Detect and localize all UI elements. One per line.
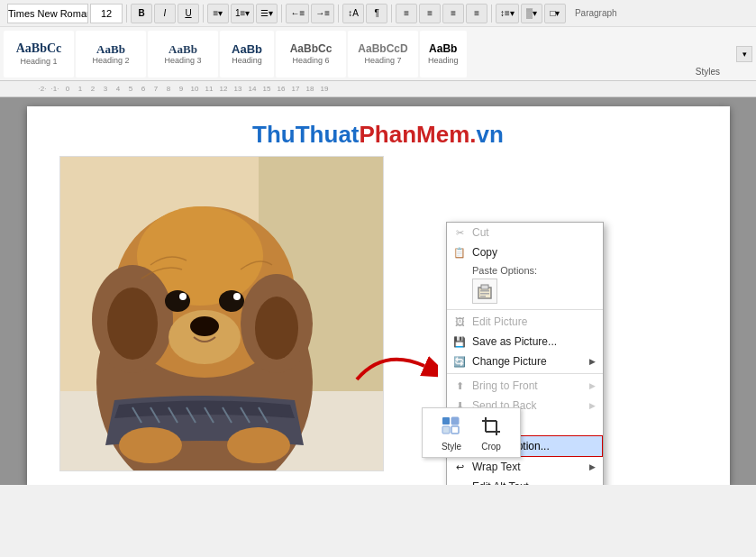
menu-item-wrap-text[interactable]: ↩ Wrap Text ▶: [447, 457, 603, 477]
menu-item-change-picture[interactable]: 🔄 Change Picture ▶: [447, 352, 603, 371]
bold-button[interactable]: B: [131, 4, 152, 23]
document-page: ThuThuatPhanMem.vn: [27, 106, 730, 485]
menu-item-edit-alt-text-label: Edit Alt Text...: [472, 480, 537, 485]
menu-item-edit-picture-label: Edit Picture: [472, 315, 527, 328]
ruler-mark: 17: [288, 85, 303, 93]
style-icon: [439, 414, 464, 439]
svg-point-7: [107, 288, 158, 360]
font-name-input[interactable]: [7, 4, 88, 23]
mini-toolbar-row: Style Crop: [422, 407, 521, 458]
svg-rect-21: [480, 290, 489, 292]
svg-rect-20: [481, 285, 488, 289]
styles-ribbon: AaBbCc Heading 1 AaBb Heading 2 AaBb Hea…: [0, 27, 756, 81]
bring-front-icon: ⬆: [452, 379, 467, 393]
font-size-input[interactable]: [90, 4, 123, 23]
separator-2: [203, 5, 204, 23]
ruler-mark: 18: [303, 85, 317, 93]
style-heading2-label: Heading 2: [92, 56, 129, 65]
style-heading7[interactable]: AaBbCcD Heading 7: [348, 31, 418, 78]
ruler-mark: 7: [150, 85, 162, 93]
paste-default-button[interactable]: [472, 278, 497, 304]
ruler-mark: 6: [137, 85, 150, 93]
svg-rect-25: [442, 417, 450, 425]
ruler-marks: ·2· ·1· 0 1 2 3 4 5 6 7 8 9 10 11 12 13 …: [36, 85, 756, 93]
mini-toolbar-style-button[interactable]: Style: [432, 412, 471, 453]
justify-button[interactable]: ≡: [466, 4, 487, 23]
separator-1: [447, 309, 603, 310]
ruler-mark: 0: [61, 85, 74, 93]
style-heading3-preview: AaBb: [169, 42, 197, 57]
ruler-mark: 15: [260, 85, 274, 93]
style-heading1[interactable]: AaBbCc Heading 1: [4, 31, 74, 78]
menu-item-save-as-picture-label: Save as Picture...: [472, 335, 557, 348]
style-heading7-preview: AaBbCcD: [358, 42, 407, 55]
arrow-svg: [348, 339, 438, 393]
show-formatting-button[interactable]: ¶: [366, 4, 387, 23]
separator-6: [491, 5, 492, 23]
wrap-text-arrow-icon: ▶: [589, 462, 596, 471]
svg-point-11: [219, 290, 244, 312]
mini-toolbar-style-label: Style: [442, 442, 461, 452]
menu-item-save-as-picture[interactable]: 💾 Save as Picture...: [447, 332, 603, 352]
document-image[interactable]: [59, 156, 384, 471]
menu-item-bring-to-front-label: Bring to Front: [472, 379, 538, 392]
menu-item-copy[interactable]: 📋 Copy: [447, 242, 603, 262]
svg-rect-26: [451, 417, 459, 425]
menu-item-cut[interactable]: ✂ Cut: [447, 223, 603, 242]
align-center-button[interactable]: ≡: [419, 4, 441, 23]
edit-picture-icon: 🖼: [452, 315, 467, 329]
style-heading8-label: Heading: [428, 56, 459, 65]
page-background: ThuThuatPhanMem.vn: [0, 97, 756, 485]
menu-item-change-picture-label: Change Picture: [472, 355, 547, 368]
crop-icon: [478, 414, 504, 439]
page-title: ThuThuatPhanMem.vn: [59, 121, 697, 149]
svg-point-18: [227, 427, 290, 463]
shading-button[interactable]: ▒▾: [521, 4, 542, 23]
style-heading3[interactable]: AaBb Heading 3: [148, 31, 218, 78]
decrease-indent-button[interactable]: ←≡: [286, 4, 309, 23]
menu-item-bring-to-front[interactable]: ⬆ Bring to Front ▶: [447, 376, 603, 396]
style-heading8-preview: AaBb: [429, 42, 457, 55]
ruler-mark: 12: [216, 85, 231, 93]
menu-item-edit-alt-text[interactable]: ✏ Edit Alt Text...: [447, 477, 603, 485]
svg-point-13: [233, 293, 241, 300]
cut-icon: ✂: [452, 225, 467, 240]
line-spacing-button[interactable]: ↕≡▾: [496, 4, 519, 23]
style-heading8[interactable]: AaBb Heading: [420, 31, 467, 78]
borders-button[interactable]: □▾: [544, 4, 566, 23]
sort-button[interactable]: ↕A: [342, 4, 364, 23]
ruler-mark: ·2·: [36, 85, 49, 93]
ruler-mark: 14: [245, 85, 260, 93]
style-heading6-label: Heading 6: [292, 56, 329, 65]
style-heading3-label: Heading 3: [164, 56, 201, 65]
svg-point-17: [119, 427, 182, 463]
bullet-list-button[interactable]: ≡▾: [207, 4, 229, 23]
ruler-mark: 9: [175, 85, 187, 93]
style-heading4-preview: AaBb: [232, 42, 262, 57]
underline-button[interactable]: U: [178, 4, 199, 23]
numbered-list-button[interactable]: 1≡▾: [231, 4, 254, 23]
style-heading4[interactable]: AaBb Heading: [220, 31, 274, 78]
ruler-mark: 5: [124, 85, 137, 93]
italic-button[interactable]: I: [154, 4, 176, 23]
change-picture-arrow-icon: ▶: [589, 357, 596, 366]
styles-section-label: Styles: [696, 67, 720, 77]
dog-illustration: [60, 157, 384, 471]
separator-3: [281, 5, 282, 23]
ruler-mark: 11: [202, 85, 216, 93]
paste-clipboard-icon: [476, 282, 494, 300]
style-heading2[interactable]: AaBb Heading 2: [76, 31, 146, 78]
align-left-button[interactable]: ≡: [396, 4, 417, 23]
increase-indent-button[interactable]: →≡: [311, 4, 334, 23]
mini-toolbar-crop-button[interactable]: Crop: [471, 412, 511, 453]
ruler-mark: 3: [99, 85, 112, 93]
style-heading6[interactable]: AaBbCc Heading 6: [276, 31, 346, 78]
align-right-button[interactable]: ≡: [442, 4, 464, 23]
menu-item-edit-picture[interactable]: 🖼 Edit Picture: [447, 312, 603, 332]
ruler-mark: 8: [162, 85, 175, 93]
title-dot: .: [469, 121, 476, 148]
styles-expand-button[interactable]: ▾: [736, 46, 752, 62]
paragraph-label: Paragraph: [575, 8, 617, 18]
send-back-arrow-icon: ▶: [589, 401, 596, 410]
multilevel-list-button[interactable]: ☰▾: [256, 4, 278, 23]
